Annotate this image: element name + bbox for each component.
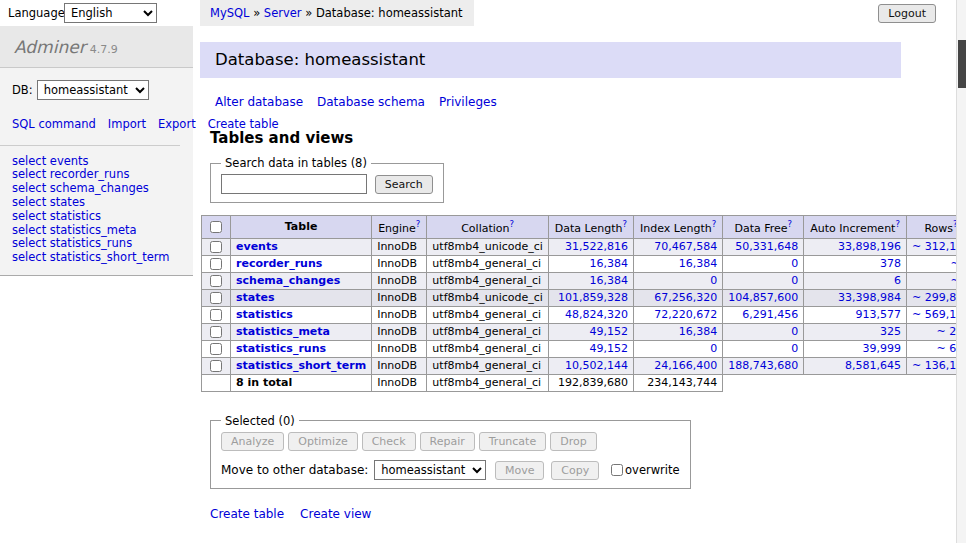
collation-cell: utf8mb4_general_ci [427, 340, 548, 357]
select-all-checkbox[interactable] [210, 221, 222, 233]
table-name-link[interactable]: statistics_runs [236, 342, 326, 355]
drop-button[interactable]: Drop [550, 432, 596, 451]
data-length-link[interactable]: 31,522,816 [565, 240, 628, 253]
sidebar-item-select-statistics-meta[interactable]: select statistics_meta [12, 224, 181, 238]
language-select[interactable]: English [64, 3, 157, 23]
move-button[interactable]: Move [495, 461, 545, 480]
row-checkbox[interactable] [210, 258, 222, 270]
data-free-link[interactable]: 0 [791, 257, 798, 270]
index-length-link[interactable]: 0 [710, 342, 717, 355]
sidebar-item-select-recorder-runs[interactable]: select recorder_runs [12, 168, 181, 182]
data-free-link[interactable]: 104,857,600 [728, 291, 798, 304]
scrollbar-thumb[interactable] [958, 40, 966, 88]
data-length-link[interactable]: 49,152 [590, 325, 629, 338]
table-name-link[interactable]: states [236, 291, 275, 304]
scrollbar[interactable] [956, 0, 966, 543]
table-name-link[interactable]: statistics_short_term [236, 359, 366, 372]
table-name-cell: states [231, 289, 372, 306]
table-name-cell: events [231, 238, 372, 255]
table-name-link[interactable]: schema_changes [236, 274, 340, 287]
sidebar-link-export[interactable]: Export [158, 117, 196, 131]
auto-increment-link[interactable]: 325 [880, 325, 901, 338]
help-icon[interactable]: ? [895, 219, 900, 229]
data-free-link[interactable]: 188,743,680 [728, 359, 798, 372]
index-length-link[interactable]: 0 [710, 274, 717, 287]
help-icon[interactable]: ? [712, 219, 717, 229]
index-length-link[interactable]: 16,384 [679, 325, 718, 338]
table-row: eventsInnoDButf8mb4_unicode_ci31,522,816… [202, 238, 966, 255]
copy-button[interactable]: Copy [551, 461, 599, 480]
data-length-cell: 16,384 [548, 255, 633, 272]
sidebar-item-select-statistics-short-term[interactable]: select statistics_short_term [12, 251, 181, 265]
repair-button[interactable]: Repair [420, 432, 475, 451]
move-db-select[interactable]: homeassistant [374, 460, 486, 480]
row-checkbox[interactable] [210, 309, 222, 321]
data-length-link[interactable]: 101,859,328 [558, 291, 628, 304]
index-length-link[interactable]: 16,384 [679, 257, 718, 270]
create-view[interactable]: Create view [300, 507, 371, 521]
sidebar-item-select-statistics[interactable]: select statistics [12, 210, 181, 224]
db-select[interactable]: homeassistant [37, 80, 149, 100]
sidebar-item-select-statistics-runs[interactable]: select statistics_runs [12, 237, 181, 251]
overwrite-checkbox[interactable] [611, 464, 623, 476]
sidebar-item-select-schema-changes[interactable]: select schema_changes [12, 182, 181, 196]
optimize-button[interactable]: Optimize [288, 432, 357, 451]
analyze-button[interactable]: Analyze [221, 432, 284, 451]
app-name: Adminer [14, 37, 86, 57]
auto-increment-link[interactable]: 378 [880, 257, 901, 270]
data-free-link[interactable]: 0 [791, 274, 798, 287]
data-length-link[interactable]: 49,152 [590, 342, 629, 355]
db-action-links: Alter databaseDatabase schemaPrivileges [215, 95, 901, 109]
column-header-engine: Engine? [372, 216, 427, 239]
data-free-link[interactable]: 6,291,456 [742, 308, 798, 321]
table-name-link[interactable]: statistics_meta [236, 325, 330, 338]
index-length-link[interactable]: 72,220,672 [654, 308, 717, 321]
sidebar-link-sql-command[interactable]: SQL command [12, 117, 96, 131]
auto-increment-link[interactable]: 913,577 [855, 308, 901, 321]
help-icon[interactable]: ? [623, 219, 628, 229]
create-table[interactable]: Create table [210, 507, 284, 521]
row-checkbox[interactable] [210, 343, 222, 355]
auto-increment-link[interactable]: 33,398,984 [838, 291, 901, 304]
data-length-link[interactable]: 16,384 [590, 257, 629, 270]
table-name-link[interactable]: events [236, 240, 278, 253]
data-free-link[interactable]: 0 [791, 325, 798, 338]
logout-button[interactable]: Logout [878, 4, 936, 23]
row-checkbox[interactable] [210, 326, 222, 338]
check-button[interactable]: Check [362, 432, 416, 451]
auto-increment-link[interactable]: 6 [894, 274, 901, 287]
breadcrumb-link-mysql[interactable]: MySQL [210, 6, 250, 20]
help-icon[interactable]: ? [788, 219, 793, 229]
index-length-link[interactable]: 24,166,400 [654, 359, 717, 372]
row-checkbox[interactable] [210, 275, 222, 287]
sidebar-item-select-events[interactable]: select events [12, 155, 181, 169]
row-checkbox[interactable] [210, 292, 222, 304]
data-free-link[interactable]: 0 [791, 342, 798, 355]
sidebar-item-select-states[interactable]: select states [12, 196, 181, 210]
search-fieldset: Search data in tables (8) Search [210, 156, 444, 203]
privileges[interactable]: Privileges [439, 95, 497, 109]
breadcrumb-link-server[interactable]: Server [264, 6, 302, 20]
help-icon[interactable]: ? [416, 219, 421, 229]
sidebar-link-import[interactable]: Import [108, 117, 146, 131]
index-length-link[interactable]: 70,467,584 [654, 240, 717, 253]
table-name-link[interactable]: statistics [236, 308, 293, 321]
alter-database[interactable]: Alter database [215, 95, 303, 109]
row-checkbox[interactable] [210, 360, 222, 372]
search-button[interactable]: Search [375, 175, 433, 194]
index-length-link[interactable]: 67,256,320 [654, 291, 717, 304]
data-length-link[interactable]: 16,384 [590, 274, 629, 287]
truncate-button[interactable]: Truncate [479, 432, 546, 451]
row-checkbox[interactable] [210, 241, 222, 253]
search-input[interactable] [221, 174, 367, 194]
database-schema[interactable]: Database schema [317, 95, 425, 109]
auto-increment-link[interactable]: 8,581,645 [845, 359, 901, 372]
data-free-link[interactable]: 50,331,648 [735, 240, 798, 253]
help-icon[interactable]: ? [510, 219, 515, 229]
table-name-link[interactable]: recorder_runs [236, 257, 322, 270]
data-length-link[interactable]: 48,824,320 [565, 308, 628, 321]
auto-increment-link[interactable]: 39,999 [862, 342, 901, 355]
data-length-link[interactable]: 10,502,144 [565, 359, 628, 372]
db-label: DB: [12, 83, 33, 97]
auto-increment-link[interactable]: 33,898,196 [838, 240, 901, 253]
